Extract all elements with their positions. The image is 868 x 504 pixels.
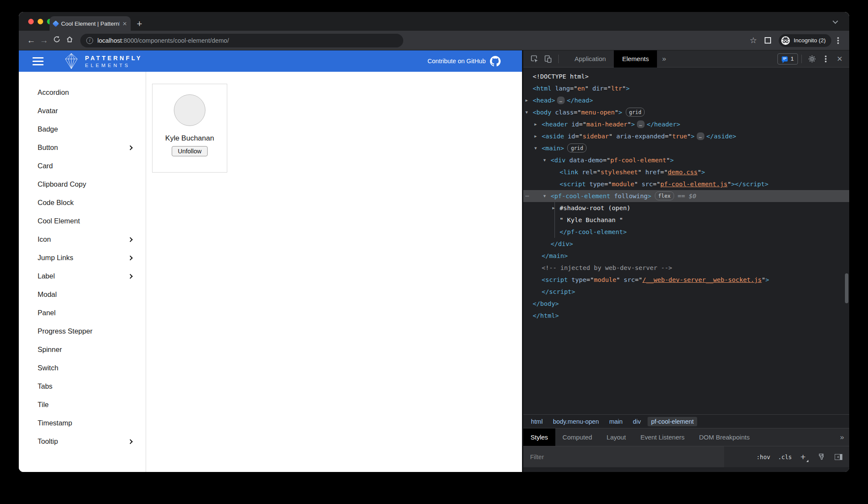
row-ellipsis-menu[interactable]: ⋯: [525, 190, 530, 202]
devtools-tab-application[interactable]: Application: [566, 50, 614, 67]
breadcrumb-pf-cool-element[interactable]: pf-cool-element: [648, 417, 697, 426]
rendering-brush-icon[interactable]: [814, 450, 828, 464]
devtools-menu-kebab-icon[interactable]: [819, 52, 833, 66]
triangle-collapsed-icon[interactable]: ▶: [525, 94, 528, 106]
site-info-icon[interactable]: i: [86, 37, 93, 44]
sidebar-item-modal[interactable]: Modal: [19, 285, 146, 304]
sidebar-item-spinner[interactable]: Spinner: [19, 340, 146, 359]
breadcrumb-div[interactable]: div: [633, 418, 641, 425]
new-style-rule-button[interactable]: +: [801, 452, 806, 461]
side-panel-icon[interactable]: [765, 37, 771, 44]
dom-tree-row[interactable]: </main>: [523, 250, 849, 262]
sidebar-item-badge[interactable]: Badge: [19, 120, 146, 138]
devtools-close-icon[interactable]: ×: [837, 54, 842, 64]
sidebar-item-switch[interactable]: Switch: [19, 359, 146, 377]
triangle-expanded-icon[interactable]: ▼: [534, 142, 537, 154]
sidebar-item-tabs[interactable]: Tabs: [19, 377, 146, 396]
ellipsis-chip[interactable]: …: [637, 120, 645, 128]
devtools-tab-elements[interactable]: Elements: [614, 50, 657, 67]
dom-tree-row[interactable]: <script type="module" src="/__web-dev-se…: [523, 274, 849, 286]
tab-search-chevron-icon[interactable]: [833, 18, 838, 24]
sidebar-item-card[interactable]: Card: [19, 157, 146, 175]
sidebar-item-code-block[interactable]: Code Block: [19, 193, 146, 212]
breadcrumb-main[interactable]: main: [609, 418, 622, 425]
dom-tree-row[interactable]: <html lang="en" dir="ltr">: [523, 82, 849, 94]
resource-link[interactable]: /__web-dev-server__web-socket.js: [642, 276, 762, 283]
back-icon[interactable]: ←: [25, 35, 38, 45]
sidebar-item-timestamp[interactable]: Timestamp: [19, 414, 146, 432]
device-toolbar-icon[interactable]: [541, 52, 555, 66]
new-tab-button[interactable]: +: [137, 19, 142, 29]
ellipsis-chip[interactable]: …: [557, 97, 565, 104]
styles-filter-input[interactable]: [523, 446, 724, 468]
sidebar-item-panel[interactable]: Panel: [19, 304, 146, 322]
dom-tree-row[interactable]: ▶<aside id="sidebar" aria-expanded="true…: [523, 130, 849, 142]
dom-tree-row[interactable]: <link rel="stylesheet" href="demo.css">: [523, 166, 849, 178]
contribute-github-link[interactable]: Contribute on GitHub: [428, 56, 501, 67]
dom-tree-row[interactable]: <!DOCTYPE html>: [523, 70, 849, 82]
brand[interactable]: PATTERNFLY ELEMENTS: [63, 52, 142, 70]
browser-tab[interactable]: Cool Element | PatternFly Elem ×: [50, 16, 131, 31]
sidebar-item-icon[interactable]: Icon: [19, 230, 146, 249]
dom-tree-row[interactable]: ⋯▼<pf-cool-element following>flex == $0: [523, 190, 849, 202]
dom-tree-row[interactable]: <script type="module" src="pf-cool-eleme…: [523, 178, 849, 190]
tab-close-icon[interactable]: ×: [123, 20, 127, 27]
breadcrumb-html[interactable]: html: [531, 418, 542, 425]
inspect-element-icon[interactable]: [528, 52, 541, 66]
bookmark-star-icon[interactable]: ☆: [750, 35, 757, 45]
close-window-button[interactable]: [28, 19, 34, 24]
panel-tab-dom-breakpoints[interactable]: DOM Breakpoints: [692, 428, 757, 446]
sidebar-item-button[interactable]: Button: [19, 138, 146, 157]
dom-tree-row[interactable]: ▼<body class="menu-open">grid: [523, 106, 849, 118]
sidebar-item-accordion[interactable]: Accordion: [19, 83, 146, 102]
more-tabs-chevrons[interactable]: »: [662, 55, 666, 63]
dom-tree-row[interactable]: </script>: [523, 286, 849, 298]
minimize-window-button[interactable]: [38, 19, 43, 24]
sidebar-item-avatar[interactable]: Avatar: [19, 102, 146, 120]
triangle-expanded-icon[interactable]: ▼: [543, 154, 546, 166]
resource-link[interactable]: pf-cool-element.js: [660, 181, 727, 188]
resource-link[interactable]: demo.css: [668, 169, 698, 176]
reload-icon[interactable]: [50, 35, 63, 45]
sidebar-item-tooltip[interactable]: Tooltip: [19, 432, 146, 451]
dom-tree-row[interactable]: </pf-cool-element>: [523, 226, 849, 238]
triangle-collapsed-icon[interactable]: ▶: [534, 118, 537, 130]
dom-tree-row[interactable]: </html>: [523, 310, 849, 322]
forward-icon[interactable]: →: [38, 35, 50, 45]
panel-more-tabs-chevrons[interactable]: »: [840, 433, 844, 442]
panel-tab-computed[interactable]: Computed: [555, 428, 599, 446]
panel-tab-event-listeners[interactable]: Event Listeners: [633, 428, 692, 446]
toggle--hov[interactable]: :hov: [757, 454, 771, 460]
dom-tree-row[interactable]: </div>: [523, 238, 849, 250]
hamburger-menu-icon[interactable]: [32, 57, 44, 65]
dom-tree-row[interactable]: <!-- injected by web-dev-server -->: [523, 262, 849, 274]
dom-tree-row[interactable]: ▼<div data-demo="pf-cool-element">: [523, 154, 849, 166]
browser-menu-kebab-icon[interactable]: [837, 40, 839, 41]
console-messages-badge[interactable]: 1: [777, 53, 798, 64]
unfollow-button[interactable]: Unfollow: [172, 146, 208, 156]
triangle-expanded-icon[interactable]: ▼: [543, 190, 546, 202]
dom-tree-row[interactable]: ▼<main>grid: [523, 142, 849, 154]
devtools-settings-gear-icon[interactable]: [805, 52, 819, 66]
breadcrumb-body-menu-open[interactable]: body.menu-open: [553, 418, 599, 425]
ellipsis-chip[interactable]: …: [697, 132, 704, 140]
panel-tab-layout[interactable]: Layout: [599, 428, 633, 446]
sidebar-item-cool-element[interactable]: Cool Element: [19, 212, 146, 230]
triangle-expanded-icon[interactable]: ▼: [525, 106, 528, 118]
sidebar-item-tile[interactable]: Tile: [19, 396, 146, 414]
dom-tree-row[interactable]: ▶<header id="main-header">…</header>: [523, 118, 849, 130]
url-field[interactable]: i localhost:8000/components/cool-element…: [80, 34, 403, 47]
dom-tree-row[interactable]: </body>: [523, 298, 849, 310]
panel-tab-styles[interactable]: Styles: [523, 428, 555, 446]
home-icon[interactable]: [63, 35, 76, 45]
dom-tree-row[interactable]: ▶#shadow-root (open): [523, 202, 849, 214]
sidebar-item-clipboard-copy[interactable]: Clipboard Copy: [19, 175, 146, 193]
sidebar-item-progress-stepper[interactable]: Progress Stepper: [19, 322, 146, 340]
triangle-collapsed-icon[interactable]: ▶: [552, 202, 555, 214]
dom-tree-row[interactable]: " Kyle Buchanan ": [523, 214, 849, 226]
dom-tree-row[interactable]: ▶<head>…</head>: [523, 94, 849, 106]
sidebar-item-jump-links[interactable]: Jump Links: [19, 249, 146, 267]
dock-side-icon[interactable]: [835, 454, 842, 460]
triangle-collapsed-icon[interactable]: ▶: [534, 130, 537, 142]
toggle--cls[interactable]: .cls: [778, 454, 792, 460]
